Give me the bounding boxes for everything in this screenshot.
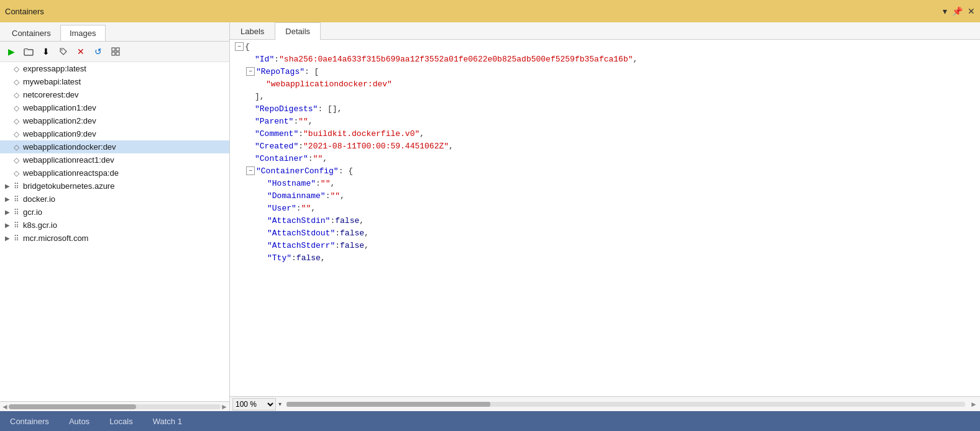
svg-rect-3 [116, 48, 119, 51]
more-button[interactable] [108, 44, 123, 59]
expand-spacer [5, 91, 11, 98]
json-line: "Container" : "" , [230, 154, 980, 166]
tag-icon: ◇ [14, 78, 19, 86]
json-line: "Parent" : "" , [230, 117, 980, 129]
list-item-group[interactable]: ▶ ⠿ k8s.gcr.io [0, 219, 229, 232]
expand-spacer [5, 104, 11, 111]
item-label: netcorerest:dev [23, 90, 79, 99]
item-label: bridgetokubernetes.azure [23, 181, 114, 191]
tab-details[interactable]: Details [275, 22, 321, 40]
close-icon[interactable]: ✕ [968, 6, 975, 16]
tab-labels[interactable]: Labels [230, 22, 275, 40]
list-item[interactable]: ◇ expressapp:latest [0, 62, 229, 75]
json-line: "AttachStdin" : false , [230, 216, 980, 229]
tag-icon: ◇ [14, 143, 19, 152]
expand-arrow-icon[interactable]: ▶ [5, 222, 11, 229]
expand-arrow-icon[interactable]: ▶ [5, 235, 11, 242]
tag-button[interactable] [56, 44, 71, 59]
svg-point-1 [62, 50, 63, 51]
json-line: "webapplicationdocker:dev" [230, 79, 980, 92]
list-item-group[interactable]: ▶ ⠿ docker.io [0, 193, 229, 206]
item-label: webapplicationreact1:dev [23, 155, 114, 165]
h-scroll-bottom[interactable] [286, 402, 965, 407]
scroll-right-end-arrow[interactable]: ► [970, 400, 978, 409]
expand-spacer [5, 65, 11, 72]
bottom-tab-locals[interactable]: Locals [99, 411, 143, 431]
left-panel: Containers Images ▶ ⬇ [0, 22, 230, 411]
open-folder-button[interactable] [21, 44, 36, 59]
tag-icon: ◇ [14, 65, 19, 73]
item-label: webapplicationreactspa:de [23, 168, 119, 178]
item-label: webapplication9:dev [23, 129, 96, 138]
svg-rect-5 [116, 52, 119, 55]
expand-spacer [5, 130, 11, 137]
json-line: − { [230, 42, 980, 55]
expand-arrow-icon[interactable]: ▶ [5, 196, 11, 202]
list-item-group[interactable]: ▶ ⠿ bridgetokubernetes.azure [0, 179, 229, 193]
list-item[interactable]: ◇ webapplication9:dev [0, 127, 229, 140]
right-panel: Labels Details − { "Id" : "sha256:0ae14a… [230, 22, 980, 411]
scroll-right-arrow[interactable]: ► [221, 402, 228, 411]
json-line: "Tty" : false , [230, 253, 980, 266]
bottom-tab-containers[interactable]: Containers [0, 411, 59, 431]
tag-icon: ◇ [14, 156, 19, 165]
run-button[interactable]: ▶ [4, 44, 19, 59]
expand-arrow-icon[interactable]: ▶ [5, 183, 11, 189]
zoom-select[interactable]: 100 % 75 % 125 % 150 % [232, 398, 276, 411]
list-item-selected[interactable]: ◇ webapplicationdocker:dev [0, 140, 229, 153]
json-line: − "ContainerConfig" : { [230, 166, 980, 179]
bottom-tab-bar: Containers Autos Locals Watch 1 [0, 411, 980, 431]
tag-icon: ◇ [14, 130, 19, 138]
json-line: "AttachStdout" : false , [230, 229, 980, 241]
json-line: "Id" : "sha256:0ae14a633f315b699aa12f355… [230, 55, 980, 67]
h-scroll-bottom-thumb[interactable] [286, 402, 490, 407]
zoom-dropdown-arrow[interactable]: ▾ [278, 401, 282, 407]
content-area: Containers Images ▶ ⬇ [0, 22, 980, 411]
tab-images[interactable]: Images [60, 25, 106, 41]
fold-button[interactable]: − [235, 42, 244, 51]
json-line: "Hostname" : "" , [230, 179, 980, 191]
list-item[interactable]: ◇ webapplication2:dev [0, 114, 229, 127]
fold-button[interactable]: − [246, 166, 255, 175]
item-label: mywebapi:latest [23, 77, 81, 86]
h-scroll-track[interactable] [9, 404, 221, 409]
expand-arrow-icon[interactable]: ▶ [5, 209, 11, 216]
expand-spacer [5, 78, 11, 85]
list-item-group[interactable]: ▶ ⠿ gcr.io [0, 206, 229, 219]
fold-button[interactable]: − [246, 67, 255, 76]
bottom-tab-autos[interactable]: Autos [59, 411, 99, 431]
list-item[interactable]: ◇ webapplication1:dev [0, 101, 229, 114]
remove-button[interactable]: ✕ [73, 44, 88, 59]
json-footer: 100 % 75 % 125 % 150 % ▾ ► [230, 396, 980, 411]
item-label: webapplication2:dev [23, 116, 96, 125]
expand-spacer [5, 170, 11, 176]
json-line: "Comment" : "buildkit.dockerfile.v0" , [230, 129, 980, 142]
main-container: Containers Images ▶ ⬇ [0, 22, 980, 431]
json-line: "Domainname" : "" , [230, 191, 980, 204]
list-item[interactable]: ◇ webapplicationreact1:dev [0, 153, 229, 166]
dropdown-icon[interactable]: ▾ [943, 6, 947, 16]
item-label: k8s.gcr.io [23, 220, 57, 230]
item-label: expressapp:latest [23, 64, 86, 73]
list-item-group[interactable]: ▶ ⠿ mcr.microsoft.com [0, 232, 229, 245]
refresh-button[interactable]: ↺ [91, 44, 106, 59]
list-item[interactable]: ◇ mywebapi:latest [0, 75, 229, 88]
json-line: "RepoDigests" : [], [230, 104, 980, 117]
bottom-tab-watch1[interactable]: Watch 1 [143, 411, 192, 431]
grid-icon: ⠿ [14, 195, 19, 204]
item-label: webapplicationdocker:dev [23, 142, 116, 152]
item-label: gcr.io [23, 207, 42, 217]
image-list: ◇ expressapp:latest ◇ mywebapi:latest ◇ … [0, 62, 229, 401]
json-content: − { "Id" : "sha256:0ae14a633f315b699aa12… [230, 40, 980, 396]
pin-icon[interactable]: 📌 [952, 6, 963, 16]
pull-button[interactable]: ⬇ [39, 44, 53, 59]
grid-icon: ⠿ [14, 182, 19, 191]
item-label: webapplication1:dev [23, 103, 96, 112]
list-item[interactable]: ◇ netcorerest:dev [0, 88, 229, 101]
h-scroll-thumb[interactable] [9, 404, 136, 409]
json-scroll-wrapper: − { "Id" : "sha256:0ae14a633f315b699aa12… [230, 40, 980, 396]
list-item[interactable]: ◇ webapplicationreactspa:de [0, 166, 229, 179]
tab-containers[interactable]: Containers [2, 25, 60, 41]
scroll-left-arrow[interactable]: ◄ [1, 402, 9, 411]
h-scrollbar[interactable]: ◄ ► [0, 401, 229, 411]
